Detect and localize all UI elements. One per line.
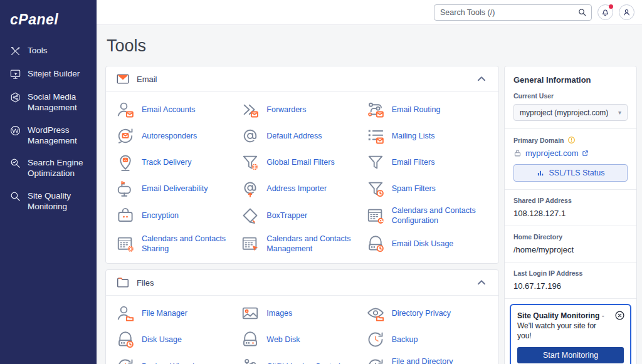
calendar-cursor-icon [241, 234, 260, 253]
forward-mail-icon [241, 100, 260, 119]
tool-item-images[interactable]: Images [241, 304, 363, 323]
tool-label: Spam Filters [392, 184, 436, 194]
tool-label: Autoresponders [142, 131, 197, 141]
primary-domain-link[interactable]: myproject.com [525, 148, 589, 158]
sidebar-item-search-engine-optimization[interactable]: Search Engine Optimization [0, 152, 97, 185]
tool-label: Calendars and Contacts Sharing [142, 234, 238, 254]
box-diamond-icon [241, 206, 260, 225]
tools-icon [9, 45, 21, 57]
tool-item-directory-privacy[interactable]: Directory Privacy [366, 304, 488, 323]
current-user-select[interactable]: myproject (myproject.com) ▾ [513, 104, 628, 121]
tool-item-boxtrapper[interactable]: BoxTrapper [241, 205, 363, 226]
tool-item-calendars-and-contacts-configuration[interactable]: Calendars and Contacts Configuration [366, 205, 488, 226]
primary-domain-label-text: Primary Domain [513, 137, 564, 144]
files-tool-grid: File ManagerImagesDirectory PrivacyDisk … [106, 296, 498, 364]
sidebar-item-label: Tools [28, 45, 48, 56]
tool-label: Email Routing [392, 105, 441, 115]
tool-label: Email Deliverability [142, 184, 208, 194]
social-icon [9, 91, 21, 103]
tool-item-backup[interactable]: Backup [366, 330, 488, 349]
search-box[interactable] [434, 4, 592, 21]
tool-label: Git™ Version Control [266, 361, 340, 364]
clock-folder-icon [366, 357, 385, 364]
sidebar-item-wordpress-management[interactable]: WordPress Management [0, 119, 97, 152]
general-information-panel: General Information Current User myproje… [504, 66, 637, 364]
sidebar-item-sitejet-builder[interactable]: Sitejet Builder [0, 63, 97, 86]
tool-item-git-version-control[interactable]: Git™ Version Control [241, 356, 363, 364]
tool-item-autoresponders[interactable]: Autoresponders [116, 127, 238, 145]
at-circle-icon [241, 127, 260, 145]
clock-wand-icon [116, 357, 135, 364]
seo-icon [9, 157, 21, 169]
primary-domain-label: Primary Domain [513, 136, 628, 144]
search-input[interactable] [440, 8, 577, 17]
tool-item-mailing-lists[interactable]: Mailing Lists [366, 127, 488, 145]
tool-item-disk-usage[interactable]: Disk Usage [116, 330, 238, 349]
files-section-header[interactable]: Files [106, 270, 498, 296]
person-folder-icon [116, 304, 135, 323]
chevron-up-icon[interactable] [475, 72, 488, 86]
sidebar-item-label: Site Quality Monitoring [28, 190, 90, 212]
calendar-gear-icon [116, 234, 135, 253]
page-content: Tools Email Email AccountsForwardersEmai… [97, 25, 642, 364]
email-section-icon [116, 72, 130, 86]
tool-item-track-delivery[interactable]: Track Delivery [116, 153, 238, 172]
sidebar-item-social-media-management[interactable]: Social Media Management [0, 86, 97, 119]
tool-item-calendars-and-contacts-management[interactable]: Calendars and Contacts Management [241, 234, 363, 254]
tool-label: Backup Wizard [142, 361, 194, 364]
site-quality-monitoring-promo: Site Quality Monitoring - We'll watch yo… [510, 304, 631, 364]
close-icon[interactable] [614, 310, 625, 321]
tool-label: Images [266, 308, 292, 318]
tool-item-address-importer[interactable]: Address Importer [241, 179, 363, 198]
chevron-up-icon[interactable] [475, 276, 488, 289]
sidebar-item-tools[interactable]: Tools [0, 39, 97, 63]
sidebar-item-site-quality-monitoring[interactable]: Site Quality Monitoring [0, 185, 97, 218]
tool-item-web-disk[interactable]: Web Disk [241, 330, 363, 349]
topbar [97, 0, 642, 25]
start-monitoring-button[interactable]: Start Monitoring [517, 347, 624, 363]
at-import-icon [241, 179, 260, 198]
current-user-value: myproject (myproject.com) [520, 108, 608, 117]
tool-label: Disk Usage [142, 335, 182, 345]
files-section-title: Files [137, 278, 154, 288]
email-section-card: Email Email AccountsForwardersEmail Rout… [105, 66, 499, 264]
notifications-button[interactable] [597, 4, 613, 20]
lock-case-icon [116, 206, 135, 225]
user-menu-button[interactable] [619, 4, 634, 20]
tool-item-default-address[interactable]: Default Address [241, 127, 363, 145]
tool-label: Address Importer [266, 184, 327, 194]
email-section-header[interactable]: Email [106, 66, 498, 92]
warning-icon[interactable] [567, 136, 576, 144]
cpanel-logo[interactable]: cPanel [0, 9, 97, 39]
lock-icon [513, 149, 522, 157]
tool-item-email-accounts[interactable]: Email Accounts [116, 100, 238, 119]
list-mail-icon [366, 127, 385, 145]
drive-icon [241, 330, 260, 349]
tool-item-email-filters[interactable]: Email Filters [366, 153, 488, 172]
tool-item-calendars-and-contacts-sharing[interactable]: Calendars and Contacts Sharing [116, 234, 238, 254]
notification-unread-dot [609, 4, 613, 9]
sidebar-item-label: WordPress Management [28, 125, 90, 147]
bell-icon [601, 8, 610, 17]
tool-label: File Manager [142, 308, 187, 318]
tool-item-email-routing[interactable]: Email Routing [366, 100, 488, 119]
tool-label: Backup [392, 335, 418, 345]
tool-item-global-email-filters[interactable]: Global Email Filters [241, 153, 363, 172]
sidebar-item-label: Sitejet Builder [28, 68, 80, 79]
ssl-tls-status-button[interactable]: SSL/TLS Status [513, 164, 628, 182]
tool-label: Email Disk Usage [392, 239, 454, 249]
tool-item-forwarders[interactable]: Forwarders [241, 100, 363, 119]
tool-item-email-disk-usage[interactable]: Email Disk Usage [366, 234, 488, 254]
pin-mail-icon [116, 153, 135, 172]
tool-item-file-and-directory-restoration[interactable]: File and Directory Restoration [366, 356, 488, 364]
tool-item-file-manager[interactable]: File Manager [116, 304, 238, 323]
tool-label: Encryption [142, 211, 179, 221]
tool-item-spam-filters[interactable]: Spam Filters [366, 179, 488, 198]
tool-label: File and Directory Restoration [392, 356, 488, 364]
search-icon [577, 8, 587, 17]
tool-label: Calendars and Contacts Configuration [392, 205, 488, 226]
clock-restore-icon [366, 330, 385, 349]
tool-item-email-deliverability[interactable]: Email Deliverability [116, 179, 238, 198]
tool-item-backup-wizard[interactable]: Backup Wizard [116, 356, 238, 364]
tool-item-encryption[interactable]: Encryption [116, 205, 238, 226]
